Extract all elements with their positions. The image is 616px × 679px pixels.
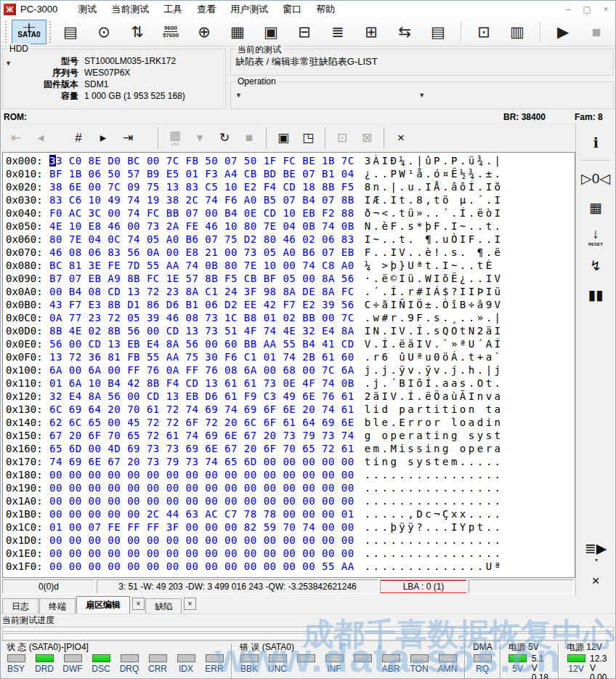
tab-扇区编辑[interactable]: 扇区编辑 <box>76 596 130 614</box>
restore-button[interactable]: ▢ <box>580 4 593 15</box>
hex-bytes[interactable]: 38 6E 00 7C 09 75 13 83 C5 10 E2 F4 CD 1… <box>49 181 354 193</box>
hex-ascii[interactable]: 2äIV.Í.ëÖaùÃInva <box>365 390 503 402</box>
hex-bytes[interactable]: 67 20 6F 70 65 72 61 74 69 6E 67 20 73 7… <box>49 430 354 441</box>
tab-终端[interactable]: 终端 <box>39 598 76 614</box>
pause-icon[interactable]: ▮▮ <box>580 280 612 309</box>
chip-test-icon[interactable]: ▥ <box>503 20 532 44</box>
save-as-icon[interactable]: ◳ <box>296 127 320 149</box>
test-tools-icon[interactable]: × <box>580 566 612 595</box>
hex-bytes[interactable]: 00 B4 08 CD 13 72 23 8A C1 24 3F 98 8A D… <box>49 286 354 297</box>
hex-ascii[interactable]: IN.IV.Í.sQOtN2äI <box>365 325 503 337</box>
hex-bytes[interactable]: 6C 69 64 20 70 61 72 74 69 74 69 6F 6E 2… <box>49 403 354 415</box>
hex-bytes[interactable]: 00 00 00 00 00 00 00 00 00 00 00 00 00 0… <box>49 482 354 494</box>
menu-item-测试[interactable]: 测试 <box>70 1 104 17</box>
hex-ascii[interactable]: em.Missing opera <box>365 443 503 454</box>
next-sector-icon[interactable]: ▸ <box>91 127 115 149</box>
hex-bytes[interactable]: 33 C0 8E D0 BC 00 7C FB 50 07 50 1F FC B… <box>49 155 354 166</box>
tab-日志[interactable]: 日志 <box>2 598 38 614</box>
copy-page-icon[interactable]: ⊡ <box>469 20 498 44</box>
power-switch-icon[interactable]: ↯ <box>580 251 612 280</box>
hex-ascii[interactable]: ................ <box>365 482 503 494</box>
tab-close-button[interactable]: × <box>184 598 196 610</box>
hex-bytes[interactable]: B7 07 EB A9 8B FC 1E 57 8B F5 CB BF 05 0… <box>49 273 354 284</box>
hex-bytes[interactable]: 65 6D 00 4D 69 73 73 69 6E 67 20 6F 70 6… <box>49 443 354 454</box>
hex-bytes[interactable]: 4E 10 E8 46 00 73 2A FE 46 10 80 7E 04 0… <box>49 220 354 232</box>
hex-bytes[interactable]: 13 72 36 81 FB 55 AA 75 30 F6 C1 01 74 2… <box>49 351 354 363</box>
drive-passport-icon[interactable]: ℹ <box>580 128 612 157</box>
menu-item-用户测试[interactable]: 用户测试 <box>223 1 275 17</box>
hex-bytes[interactable]: 00 00 00 00 00 00 00 00 00 00 00 00 00 0… <box>49 547 354 559</box>
hex-ascii[interactable]: 8n.|.u.IÅ.âôÍ.Iõ <box>365 181 503 193</box>
hex-bytes[interactable]: 8B 4E 02 8B 56 00 CD 13 73 51 4F 74 4E 3… <box>49 325 354 337</box>
lamp-icon[interactable]: ⊙ <box>89 20 118 44</box>
minimize-button[interactable]: – <box>562 4 575 15</box>
menu-item-窗口[interactable]: 窗口 <box>275 1 309 17</box>
hex-ascii[interactable]: IÆ.It.8,tö µ.´.I <box>365 194 503 206</box>
hex-ascii[interactable]: ting system..... <box>365 456 503 467</box>
hex-ascii[interactable]: ble.Error loadin <box>365 417 503 428</box>
hex-ascii[interactable]: ·.ë©Iü.WIõË¿..IV <box>365 273 503 284</box>
hex-ascii[interactable]: j.j.ÿv.ÿv.j.h.|j <box>365 364 503 376</box>
hex-ascii[interactable]: ................ <box>365 534 503 546</box>
hex-bytes[interactable]: 6A 00 6A 00 FF 76 0A FF 76 08 6A 00 68 0… <box>49 364 354 376</box>
menu-item-当前测试[interactable]: 当前测试 <box>104 1 156 17</box>
hex-bytes[interactable]: 74 69 6E 67 20 73 79 73 74 65 6D 00 00 0… <box>49 456 354 467</box>
hex-bytes[interactable]: 83 C6 10 49 74 19 38 2C 74 F6 A0 B5 07 B… <box>49 194 354 206</box>
hex-ascii[interactable]: ................ <box>365 469 503 481</box>
hex-bytes[interactable]: 00 00 00 00 00 00 00 00 00 00 00 00 00 0… <box>49 469 354 481</box>
hex-bytes[interactable]: 01 00 07 FE FF FF 3F 00 00 00 82 59 70 7… <box>49 521 354 533</box>
hex-bytes[interactable]: 62 6C 65 00 45 72 72 6F 72 20 6C 6F 61 6… <box>49 417 354 428</box>
hex-bytes[interactable]: 56 00 CD 13 EB E4 8A 56 00 60 BB AA 55 B… <box>49 338 354 350</box>
tab-缺陷[interactable]: 缺陷 <box>145 598 182 614</box>
operation-dropdown-icon[interactable]: ▼ <box>235 92 242 99</box>
hex-bytes[interactable]: F0 AC 3C 00 74 FC BB 07 00 B4 0E CD 10 E… <box>49 207 354 219</box>
menu-item-查看[interactable]: 查看 <box>190 1 223 17</box>
hdd-transfer-icon[interactable]: ⇅ <box>123 20 152 44</box>
run-tests-icon[interactable]: ≣▶▾ <box>580 537 612 566</box>
sata0-port-button[interactable]: ─╂─ SATA0 <box>12 20 46 44</box>
hex-ascii[interactable]: ð¬<.tü»..´.Í.ëòI <box>365 207 503 219</box>
report-list-icon[interactable]: ▤ <box>423 20 453 44</box>
run-icon[interactable]: ▶ <box>548 20 578 44</box>
rom-chip-icon[interactable]: ▦ <box>580 193 612 222</box>
hex-selected-char[interactable]: 3 <box>49 155 56 166</box>
hex-ascii[interactable]: .....,Dc¬Çxx.... <box>365 508 503 520</box>
settings-icon[interactable]: ⊕ <box>190 20 219 44</box>
hex-ascii[interactable]: F..IV..è!.s. ¶.ë <box>365 246 503 258</box>
baud-rate-icon[interactable]: 960057600 <box>156 20 185 44</box>
hex-editor[interactable]: 0x000:33 C0 8E D0 BC 00 7C FB 50 07 50 1… <box>2 152 575 578</box>
hex-bytes[interactable]: 00 00 00 00 00 00 00 00 00 00 00 00 00 0… <box>49 561 354 572</box>
hdd-dropdown-icon[interactable]: ▼ <box>5 60 12 67</box>
goto-sector-icon[interactable]: # <box>66 127 91 149</box>
hex-ascii[interactable]: ...þÿÿ?...IYpt.. <box>365 521 503 533</box>
disk-io-icon[interactable]: ⇆ <box>390 20 419 44</box>
hex-ascii[interactable]: g operating syst <box>365 430 503 441</box>
hex-bytes[interactable]: 80 7E 04 0C 74 05 A0 B6 07 75 D2 80 46 0… <box>49 233 354 245</box>
save-sector-icon[interactable]: ▣ <box>271 127 296 149</box>
hex-ascii[interactable]: C÷ãIÑIÖ±.ÒîB÷â9V <box>365 299 503 310</box>
hex-ascii[interactable]: V.Í.ëäIV.`»ªU´AÍ <box>365 338 503 350</box>
hex-bytes[interactable]: 00 00 00 00 00 00 00 00 00 00 00 00 00 0… <box>49 534 354 546</box>
close-button[interactable]: × <box>599 4 612 15</box>
hex-ascii[interactable]: 3ÀIÐ¼.|ûP.P.ü¾.| <box>365 155 503 166</box>
database-icon[interactable]: ⊟ <box>290 20 319 44</box>
tab-close-button[interactable]: × <box>132 598 145 610</box>
hex-bytes[interactable]: 46 08 06 83 56 0A 00 E8 21 00 73 05 A0 B… <box>49 246 354 258</box>
tools-icon[interactable]: × <box>389 127 413 149</box>
hex-bytes[interactable]: 00 00 00 00 00 2C 44 63 AC C7 78 78 00 0… <box>49 508 354 520</box>
hex-ascii[interactable]: ................ <box>365 547 503 559</box>
zero-counter-icon[interactable]: ▷0◁ <box>580 164 612 193</box>
hex-bytes[interactable]: 0A 77 23 72 05 39 46 08 73 1C B8 01 02 B… <box>49 312 354 324</box>
menu-item-帮助[interactable]: 帮助 <box>309 1 342 17</box>
hex-bytes[interactable]: 00 00 00 00 00 00 00 00 00 00 00 00 00 0… <box>49 495 354 507</box>
dropdown-arrow-icon[interactable]: ▾ <box>595 557 598 563</box>
hex-ascii[interactable]: I~..t. ¶.uÒIF..I <box>365 233 503 245</box>
hex-ascii[interactable]: ¼ >þ}Uªt.I~..tÈ <box>365 260 495 271</box>
chip-icon[interactable]: ▦ <box>223 20 252 44</box>
hex-ascii[interactable]: N.èF.s*þF.I~..t. <box>365 220 503 232</box>
hex-bytes[interactable]: 43 F7 E3 8B D1 86 D6 B1 06 D2 EE 42 F7 E… <box>49 299 354 310</box>
hex-ascii[interactable]: .´.Í.r#IÁ$?IIÞIü <box>365 286 503 297</box>
refresh-icon[interactable]: ↻ <box>212 127 237 149</box>
hex-bytes[interactable]: 32 E4 8A 56 00 CD 13 EB D6 61 F9 C3 49 6… <box>49 390 354 402</box>
hex-bytes[interactable]: 01 6A 10 B4 42 8B F4 CD 13 61 61 73 0E 4… <box>49 377 354 389</box>
